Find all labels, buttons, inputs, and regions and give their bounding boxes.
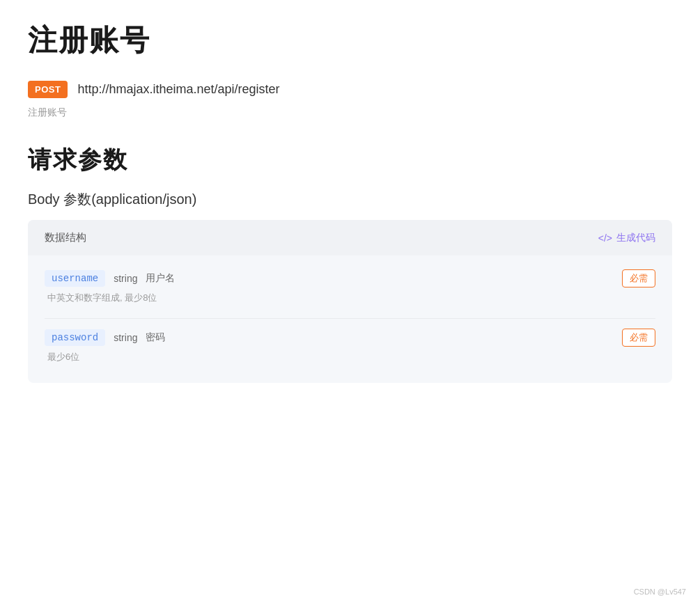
body-params-title: Body 参数(application/json) <box>28 190 672 209</box>
param-row-password: password string 密码 必需 <box>45 329 655 347</box>
endpoint-description: 注册账号 <box>28 107 672 119</box>
params-body: username string 用户名 必需 中英文和数字组成, 最少8位 pa… <box>28 255 672 383</box>
param-item-password: password string 密码 必需 最少6位 <box>45 329 655 363</box>
params-header-title: 数据结构 <box>45 231 86 244</box>
watermark: CSDN @Lv547 <box>634 588 686 596</box>
params-panel-header: 数据结构 </> 生成代码 <box>28 220 672 255</box>
page-title: 注册账号 <box>28 21 672 60</box>
param-required-password: 必需 <box>622 329 655 347</box>
param-desc-username: 中英文和数字组成, 最少8位 <box>47 292 655 304</box>
section-title-request-params: 请求参数 <box>28 144 672 176</box>
method-badge: POST <box>28 81 68 98</box>
generate-code-button[interactable]: </> 生成代码 <box>598 232 655 244</box>
code-icon: </> <box>598 232 612 244</box>
param-required-username: 必需 <box>622 269 655 287</box>
param-type-username: string <box>114 273 137 284</box>
param-name-username: username <box>45 270 105 287</box>
param-desc-password: 最少6位 <box>47 351 655 363</box>
endpoint-row: POST http://hmajax.itheima.net/api/regis… <box>28 81 672 98</box>
param-name-password: password <box>45 329 105 346</box>
endpoint-url: http://hmajax.itheima.net/api/register <box>77 82 279 97</box>
param-type-password: string <box>114 332 137 343</box>
param-row-username: username string 用户名 必需 <box>45 269 655 287</box>
param-label-username: 用户名 <box>146 272 175 285</box>
generate-code-label: 生成代码 <box>616 232 655 244</box>
param-label-password: 密码 <box>146 331 165 344</box>
param-divider <box>45 318 655 319</box>
params-panel: 数据结构 </> 生成代码 username string 用户名 必需 中英文… <box>28 220 672 383</box>
param-item-username: username string 用户名 必需 中英文和数字组成, 最少8位 <box>45 269 655 304</box>
